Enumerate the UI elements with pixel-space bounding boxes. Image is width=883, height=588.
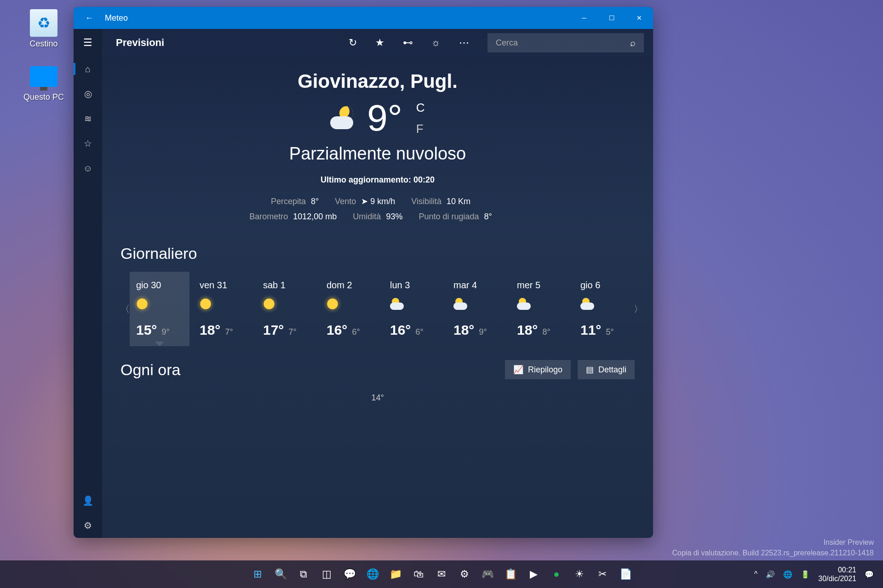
media-player-button[interactable]: ▶ bbox=[524, 565, 543, 584]
units-icon[interactable]: ☼ bbox=[431, 37, 441, 49]
day-high: 15° bbox=[136, 322, 157, 338]
day-name: mar 4 bbox=[453, 280, 500, 291]
humidity-value: 93% bbox=[386, 212, 402, 221]
search-icon[interactable]: ⌕ bbox=[630, 38, 636, 48]
day-name: lun 3 bbox=[390, 280, 437, 291]
edge-button[interactable]: 🌐 bbox=[363, 565, 382, 584]
office-button[interactable]: 📄 bbox=[616, 565, 635, 584]
feels-like-value: 8° bbox=[311, 197, 319, 206]
day-name: gio 6 bbox=[580, 280, 627, 291]
taskbar-clock[interactable]: 00:21 30/dic/2021 bbox=[818, 565, 856, 583]
chart-icon: 📈 bbox=[513, 365, 523, 375]
day-high: 18° bbox=[200, 322, 220, 338]
day-name: mer 5 bbox=[517, 280, 564, 291]
feels-like-label: Percepita bbox=[271, 197, 306, 206]
start-button[interactable]: ⊞ bbox=[248, 565, 267, 584]
daily-prev-arrow[interactable]: 〈 bbox=[120, 303, 130, 315]
tray-network-icon[interactable]: 🌐 bbox=[783, 570, 792, 579]
close-button[interactable]: ✕ bbox=[625, 7, 653, 29]
task-view-button[interactable]: ⧉ bbox=[294, 565, 313, 584]
widgets-button[interactable]: ◫ bbox=[317, 565, 336, 584]
day-weather-icon bbox=[327, 297, 373, 313]
notifications-icon[interactable]: 💬 bbox=[865, 570, 874, 579]
search-button[interactable]: 🔍 bbox=[271, 565, 290, 584]
day-card[interactable]: sab 117°7° bbox=[257, 272, 316, 346]
day-weather-icon bbox=[517, 297, 564, 313]
tray-chevron-icon[interactable]: ^ bbox=[754, 570, 758, 578]
day-high: 18° bbox=[517, 322, 538, 338]
day-weather-icon bbox=[453, 297, 500, 313]
sidebar-item-account[interactable]: 👤 bbox=[74, 488, 102, 513]
summary-button[interactable]: 📈 Riepilogo bbox=[505, 360, 571, 379]
pc-icon bbox=[30, 63, 57, 90]
search-box[interactable]: ⌕ bbox=[487, 33, 644, 52]
day-high: 16° bbox=[390, 322, 411, 338]
sidebar-item-maps[interactable]: ◎ bbox=[74, 81, 102, 106]
details-button[interactable]: ▤ Dettagli bbox=[578, 360, 635, 379]
todo-button[interactable]: 📋 bbox=[501, 565, 520, 584]
chat-button[interactable]: 💬 bbox=[340, 565, 359, 584]
sidebar-item-historical[interactable]: ≋ bbox=[74, 106, 102, 131]
pin-icon[interactable]: ⊷ bbox=[403, 37, 413, 49]
desktop-icon-this-pc[interactable]: Questo PC bbox=[23, 63, 64, 102]
last-updated: Ultimo aggiornamento: 00:20 bbox=[120, 175, 635, 185]
explorer-button[interactable]: 📁 bbox=[386, 565, 405, 584]
barometer-value: 1012,00 mb bbox=[293, 212, 337, 221]
xbox-button[interactable]: 🎮 bbox=[478, 565, 497, 584]
day-low: 5° bbox=[606, 327, 614, 337]
day-name: sab 1 bbox=[263, 280, 310, 291]
day-card[interactable]: gio 611°5° bbox=[574, 272, 634, 346]
weather-button[interactable]: ☀ bbox=[570, 565, 589, 584]
day-name: ven 31 bbox=[200, 280, 247, 291]
unit-fahrenheit[interactable]: F bbox=[416, 122, 425, 136]
day-card[interactable]: mar 418°9° bbox=[447, 272, 507, 346]
day-high: 16° bbox=[327, 322, 347, 338]
spotify-button[interactable]: ● bbox=[547, 565, 566, 584]
day-card[interactable]: ven 3118°7° bbox=[193, 272, 253, 346]
day-card[interactable]: mer 518°8° bbox=[510, 272, 570, 346]
snipping-button[interactable]: ✂ bbox=[593, 565, 612, 584]
day-weather-icon bbox=[136, 297, 183, 313]
day-high: 17° bbox=[263, 322, 284, 338]
dewpoint-value: 8° bbox=[484, 212, 492, 221]
day-card[interactable]: dom 216°6° bbox=[320, 272, 380, 346]
barometer-label: Barometro bbox=[249, 212, 288, 221]
dewpoint-label: Punto di rugiada bbox=[419, 212, 479, 221]
tray-volume-icon[interactable]: 🔊 bbox=[766, 570, 775, 579]
minimize-button[interactable]: ─ bbox=[570, 7, 598, 29]
refresh-icon[interactable]: ↻ bbox=[349, 37, 357, 49]
sidebar-item-settings[interactable]: ⚙ bbox=[74, 513, 102, 538]
this-pc-label: Questo PC bbox=[23, 92, 64, 102]
visibility-label: Visibilità bbox=[411, 197, 442, 206]
store-button[interactable]: 🛍 bbox=[409, 565, 428, 584]
day-name: dom 2 bbox=[327, 280, 373, 291]
sidebar-item-home[interactable]: ⌂ bbox=[74, 57, 102, 81]
weather-app-window: ← Meteo ─ ☐ ✕ ☰ ⌂ ◎ ≋ ☆ ☺ 👤 ⚙ Previsioni… bbox=[74, 7, 653, 538]
more-icon[interactable]: ⋯ bbox=[459, 37, 469, 49]
day-name: gio 30 bbox=[136, 280, 183, 291]
daily-next-arrow[interactable]: 〉 bbox=[634, 303, 643, 315]
sidebar-item-favorites[interactable]: ☆ bbox=[74, 131, 102, 156]
day-low: 6° bbox=[415, 327, 423, 337]
toolbar: Previsioni ↻ ★ ⊷ ☼ ⋯ ⌕ bbox=[102, 29, 653, 57]
tray-battery-icon[interactable]: 🔋 bbox=[801, 570, 810, 579]
day-weather-icon bbox=[390, 297, 437, 313]
back-button[interactable]: ← bbox=[74, 13, 105, 23]
day-low: 7° bbox=[288, 327, 296, 337]
wind-label: Vento bbox=[335, 197, 356, 206]
search-input[interactable] bbox=[496, 38, 630, 48]
day-card[interactable]: lun 316°6° bbox=[384, 272, 443, 346]
day-card[interactable]: gio 3015°9° bbox=[130, 272, 189, 346]
unit-celsius[interactable]: C bbox=[416, 101, 425, 115]
settings-button[interactable]: ⚙ bbox=[455, 565, 474, 584]
hamburger-menu[interactable]: ☰ bbox=[74, 29, 102, 57]
desktop-icon-recycle-bin[interactable]: Cestino bbox=[23, 9, 64, 49]
day-weather-icon bbox=[263, 297, 310, 313]
favorite-icon[interactable]: ★ bbox=[375, 37, 384, 49]
maximize-button[interactable]: ☐ bbox=[598, 7, 625, 29]
visibility-value: 10 Km bbox=[447, 197, 470, 206]
day-high: 11° bbox=[580, 322, 601, 338]
mail-button[interactable]: ✉ bbox=[432, 565, 451, 584]
list-icon: ▤ bbox=[586, 365, 594, 375]
sidebar-item-news[interactable]: ☺ bbox=[74, 156, 102, 181]
